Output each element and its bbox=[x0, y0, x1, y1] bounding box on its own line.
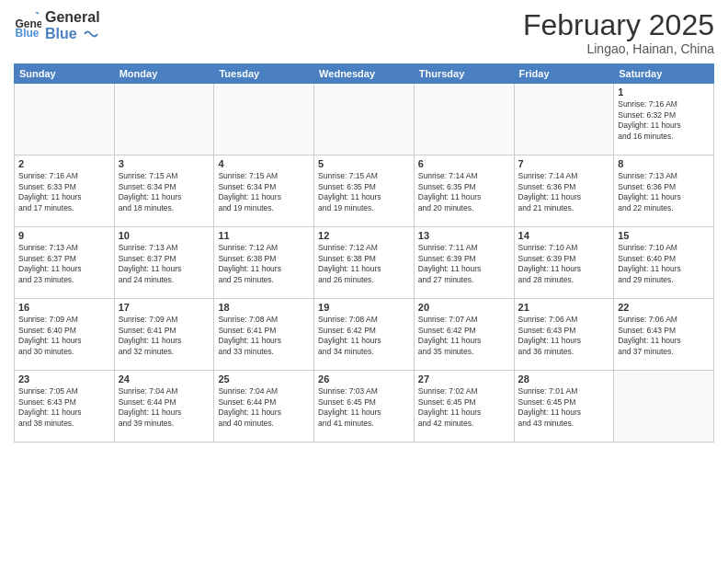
day-number: 15 bbox=[618, 230, 710, 241]
calendar-cell bbox=[114, 84, 214, 155]
calendar-cell: 26Sunrise: 7:03 AMSunset: 6:45 PMDayligh… bbox=[314, 371, 415, 442]
calendar-week-row: 16Sunrise: 7:09 AMSunset: 6:40 PMDayligh… bbox=[15, 299, 714, 371]
day-info: Sunrise: 7:16 AMSunset: 6:32 PMDaylight:… bbox=[618, 99, 710, 142]
day-number: 23 bbox=[18, 373, 110, 385]
calendar-cell: 27Sunrise: 7:02 AMSunset: 6:45 PMDayligh… bbox=[414, 371, 514, 442]
day-number: 27 bbox=[418, 373, 510, 385]
calendar-cell: 22Sunrise: 7:06 AMSunset: 6:43 PMDayligh… bbox=[614, 299, 714, 371]
day-number: 1 bbox=[618, 86, 710, 98]
calendar-cell: 20Sunrise: 7:07 AMSunset: 6:42 PMDayligh… bbox=[414, 299, 514, 371]
calendar-cell: 21Sunrise: 7:06 AMSunset: 6:43 PMDayligh… bbox=[514, 299, 614, 371]
calendar-cell: 13Sunrise: 7:11 AMSunset: 6:39 PMDayligh… bbox=[414, 227, 514, 299]
logo-wave-icon bbox=[83, 28, 99, 40]
calendar-cell: 28Sunrise: 7:01 AMSunset: 6:45 PMDayligh… bbox=[514, 371, 614, 442]
day-number: 17 bbox=[119, 302, 210, 313]
calendar-week-row: 1Sunrise: 7:16 AMSunset: 6:32 PMDaylight… bbox=[15, 84, 714, 155]
day-info: Sunrise: 7:15 AMSunset: 6:35 PMDaylight:… bbox=[318, 171, 410, 213]
header-thursday: Thursday bbox=[414, 64, 514, 84]
day-info: Sunrise: 7:13 AMSunset: 6:36 PMDaylight:… bbox=[618, 171, 710, 213]
calendar-cell: 25Sunrise: 7:04 AMSunset: 6:44 PMDayligh… bbox=[214, 371, 314, 442]
day-info: Sunrise: 7:13 AMSunset: 6:37 PMDaylight:… bbox=[18, 243, 110, 285]
day-info: Sunrise: 7:08 AMSunset: 6:42 PMDaylight:… bbox=[318, 315, 410, 357]
day-info: Sunrise: 7:12 AMSunset: 6:38 PMDaylight:… bbox=[318, 243, 410, 285]
calendar-cell: 5Sunrise: 7:15 AMSunset: 6:35 PMDaylight… bbox=[314, 155, 415, 227]
day-info: Sunrise: 7:12 AMSunset: 6:38 PMDaylight:… bbox=[218, 243, 310, 285]
calendar-week-row: 2Sunrise: 7:16 AMSunset: 6:33 PMDaylight… bbox=[15, 155, 714, 227]
header-friday: Friday bbox=[514, 64, 614, 84]
calendar-cell bbox=[614, 371, 714, 442]
day-info: Sunrise: 7:15 AMSunset: 6:34 PMDaylight:… bbox=[218, 171, 310, 213]
day-number: 8 bbox=[618, 158, 710, 169]
calendar-cell bbox=[314, 84, 415, 155]
day-number: 19 bbox=[318, 302, 410, 313]
day-number: 28 bbox=[518, 373, 610, 385]
calendar-cell: 10Sunrise: 7:13 AMSunset: 6:37 PMDayligh… bbox=[114, 227, 214, 299]
day-number: 6 bbox=[418, 158, 510, 169]
logo-blue: Blue bbox=[45, 26, 100, 42]
calendar-cell: 23Sunrise: 7:05 AMSunset: 6:43 PMDayligh… bbox=[15, 371, 115, 442]
header: General Blue General Blue February 2025 … bbox=[14, 9, 714, 56]
day-info: Sunrise: 7:09 AMSunset: 6:40 PMDaylight:… bbox=[18, 315, 110, 357]
calendar-cell: 7Sunrise: 7:14 AMSunset: 6:36 PMDaylight… bbox=[514, 155, 614, 227]
calendar-week-row: 9Sunrise: 7:13 AMSunset: 6:37 PMDaylight… bbox=[15, 227, 714, 299]
day-info: Sunrise: 7:04 AMSunset: 6:44 PMDaylight:… bbox=[218, 386, 310, 429]
day-info: Sunrise: 7:15 AMSunset: 6:34 PMDaylight:… bbox=[119, 171, 210, 213]
day-info: Sunrise: 7:01 AMSunset: 6:45 PMDaylight:… bbox=[518, 386, 610, 429]
calendar-cell: 6Sunrise: 7:14 AMSunset: 6:35 PMDaylight… bbox=[414, 155, 514, 227]
day-number: 11 bbox=[218, 230, 310, 241]
calendar-cell bbox=[414, 84, 514, 155]
calendar-cell: 1Sunrise: 7:16 AMSunset: 6:32 PMDaylight… bbox=[614, 84, 714, 155]
page: General Blue General Blue February 2025 … bbox=[0, 0, 728, 563]
day-info: Sunrise: 7:08 AMSunset: 6:41 PMDaylight:… bbox=[218, 315, 310, 357]
calendar-cell: 16Sunrise: 7:09 AMSunset: 6:40 PMDayligh… bbox=[15, 299, 115, 371]
day-info: Sunrise: 7:05 AMSunset: 6:43 PMDaylight:… bbox=[18, 386, 110, 429]
weekday-header-row: Sunday Monday Tuesday Wednesday Thursday… bbox=[15, 64, 714, 84]
calendar-cell: 8Sunrise: 7:13 AMSunset: 6:36 PMDaylight… bbox=[614, 155, 714, 227]
calendar-cell: 4Sunrise: 7:15 AMSunset: 6:34 PMDaylight… bbox=[214, 155, 314, 227]
title-block: February 2025 Lingao, Hainan, China bbox=[523, 9, 714, 56]
day-info: Sunrise: 7:14 AMSunset: 6:35 PMDaylight:… bbox=[418, 171, 510, 213]
day-info: Sunrise: 7:11 AMSunset: 6:39 PMDaylight:… bbox=[418, 243, 510, 285]
day-number: 10 bbox=[119, 230, 210, 241]
calendar-cell: 12Sunrise: 7:12 AMSunset: 6:38 PMDayligh… bbox=[314, 227, 415, 299]
day-number: 18 bbox=[218, 302, 310, 313]
calendar-cell bbox=[15, 84, 115, 155]
calendar-cell: 19Sunrise: 7:08 AMSunset: 6:42 PMDayligh… bbox=[314, 299, 415, 371]
day-info: Sunrise: 7:04 AMSunset: 6:44 PMDaylight:… bbox=[119, 386, 210, 429]
calendar-cell: 24Sunrise: 7:04 AMSunset: 6:44 PMDayligh… bbox=[114, 371, 214, 442]
day-number: 4 bbox=[218, 158, 310, 169]
day-info: Sunrise: 7:03 AMSunset: 6:45 PMDaylight:… bbox=[318, 386, 410, 429]
calendar-cell: 14Sunrise: 7:10 AMSunset: 6:39 PMDayligh… bbox=[514, 227, 614, 299]
day-number: 12 bbox=[318, 230, 410, 241]
header-tuesday: Tuesday bbox=[214, 64, 314, 84]
day-number: 2 bbox=[18, 158, 110, 169]
calendar-cell: 3Sunrise: 7:15 AMSunset: 6:34 PMDaylight… bbox=[114, 155, 214, 227]
day-number: 16 bbox=[18, 302, 110, 313]
calendar-cell: 11Sunrise: 7:12 AMSunset: 6:38 PMDayligh… bbox=[214, 227, 314, 299]
day-info: Sunrise: 7:10 AMSunset: 6:39 PMDaylight:… bbox=[518, 243, 610, 285]
calendar-cell: 2Sunrise: 7:16 AMSunset: 6:33 PMDaylight… bbox=[15, 155, 115, 227]
calendar-cell: 9Sunrise: 7:13 AMSunset: 6:37 PMDaylight… bbox=[15, 227, 115, 299]
header-wednesday: Wednesday bbox=[314, 64, 415, 84]
day-number: 5 bbox=[318, 158, 410, 169]
day-info: Sunrise: 7:09 AMSunset: 6:41 PMDaylight:… bbox=[119, 315, 210, 357]
day-number: 21 bbox=[518, 302, 610, 313]
day-number: 7 bbox=[518, 158, 610, 169]
day-number: 3 bbox=[119, 158, 210, 169]
svg-text:Blue: Blue bbox=[16, 27, 40, 40]
calendar-cell: 15Sunrise: 7:10 AMSunset: 6:40 PMDayligh… bbox=[614, 227, 714, 299]
logo: General Blue General Blue bbox=[14, 9, 100, 41]
header-saturday: Saturday bbox=[614, 64, 714, 84]
day-info: Sunrise: 7:13 AMSunset: 6:37 PMDaylight:… bbox=[119, 243, 210, 285]
svg-marker-2 bbox=[35, 12, 39, 15]
day-number: 9 bbox=[18, 230, 110, 241]
day-number: 25 bbox=[218, 373, 310, 385]
logo-icon: General Blue bbox=[14, 12, 41, 40]
day-number: 22 bbox=[618, 302, 710, 313]
day-number: 13 bbox=[418, 230, 510, 241]
calendar-cell bbox=[214, 84, 314, 155]
calendar-table: Sunday Monday Tuesday Wednesday Thursday… bbox=[14, 63, 714, 442]
day-info: Sunrise: 7:07 AMSunset: 6:42 PMDaylight:… bbox=[418, 315, 510, 357]
calendar-title: February 2025 bbox=[523, 9, 714, 41]
day-number: 24 bbox=[119, 373, 210, 385]
